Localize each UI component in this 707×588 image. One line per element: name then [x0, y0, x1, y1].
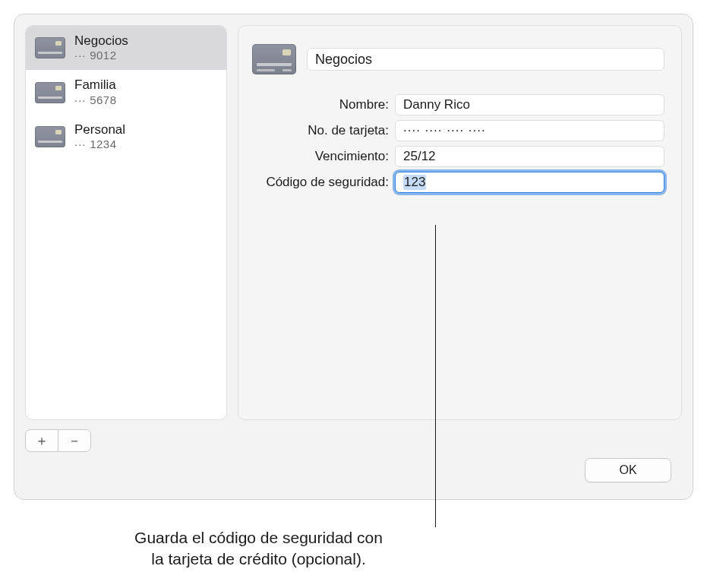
callout-leader-line — [435, 225, 436, 527]
label-security-code: Código de seguridad: — [252, 175, 389, 190]
card-title: Familia — [74, 77, 117, 93]
card-list-item[interactable]: Personal ··· 1234 — [26, 115, 226, 159]
credit-cards-window: Negocios ··· 9012 Familia ··· 5678 Perso… — [14, 14, 693, 500]
card-title: Personal — [74, 122, 125, 138]
credit-card-icon — [35, 37, 65, 58]
label-card-number: No. de tarjeta: — [252, 123, 389, 138]
card-list[interactable]: Negocios ··· 9012 Familia ··· 5678 Perso… — [25, 25, 227, 420]
card-list-item[interactable]: Negocios ··· 9012 — [26, 26, 226, 70]
card-list-item[interactable]: Familia ··· 5678 — [26, 70, 226, 114]
card-description-input[interactable] — [307, 48, 664, 71]
credit-card-icon — [35, 126, 65, 147]
card-last4: ··· 9012 — [74, 49, 128, 62]
card-last4: ··· 1234 — [74, 138, 125, 151]
credit-card-icon — [35, 82, 65, 103]
card-expiry-input[interactable] — [395, 146, 664, 167]
card-title: Negocios — [74, 33, 128, 49]
security-code-input[interactable]: 123 — [395, 172, 664, 193]
ok-button[interactable]: OK — [585, 458, 671, 482]
label-expiry: Vencimiento: — [252, 149, 389, 164]
remove-card-button[interactable]: － — [58, 430, 90, 451]
cardholder-name-input[interactable] — [395, 94, 664, 115]
add-remove-control: ＋ － — [25, 429, 91, 452]
minus-icon: － — [68, 432, 81, 450]
callout-text: Guarda el código de seguridad con la tar… — [0, 527, 707, 571]
plus-icon: ＋ — [35, 432, 49, 450]
card-number-input[interactable]: ···· ···· ···· ···· — [395, 120, 664, 141]
credit-card-icon — [252, 44, 296, 74]
card-last4: ··· 5678 — [74, 93, 117, 107]
add-card-button[interactable]: ＋ — [26, 430, 58, 451]
label-name: Nombre: — [252, 97, 389, 112]
card-number-masked: ···· ···· ···· ···· — [403, 123, 486, 138]
card-detail-panel: Nombre: No. de tarjeta: ···· ···· ···· ·… — [238, 25, 682, 420]
security-code-value: 123 — [403, 175, 426, 190]
